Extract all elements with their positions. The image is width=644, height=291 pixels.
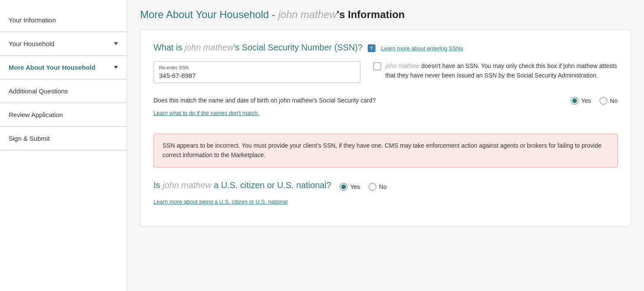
no-ssn-description: doesn't have an SSN. You may only check … (385, 62, 617, 79)
ssn-input-label: Re-enter SSN (159, 65, 355, 70)
form-card: What is john mathew's Social Security Nu… (140, 29, 631, 227)
match-yes-radio[interactable] (571, 97, 578, 105)
citizen-no-radio[interactable] (369, 183, 376, 191)
ssn-input-block: Re-enter SSN 345-67-8987 (153, 61, 360, 83)
sidebar-label-sign-submit: Sign & Submit (9, 135, 50, 142)
sidebar-item-review-application[interactable]: Review Application (0, 103, 127, 127)
no-ssn-text: john mathew doesn't have an SSN. You may… (385, 61, 618, 80)
citizen-yes-label: Yes (350, 183, 360, 190)
ssn-input-value[interactable]: 345-67-8987 (159, 72, 355, 79)
sidebar-item-more-about-your-household[interactable]: More About Your Household (0, 56, 127, 79)
match-no-radio[interactable] (600, 97, 607, 105)
match-yes-option[interactable]: Yes (571, 97, 591, 105)
sidebar-item-your-information[interactable]: Your Information (0, 9, 127, 32)
no-ssn-checkbox[interactable] (373, 62, 381, 70)
sidebar: Your Information Your Household More Abo… (0, 0, 127, 291)
page-title-blurred-name: john mathew (278, 9, 337, 20)
sidebar-label-your-household: Your Household (9, 40, 54, 47)
match-no-option[interactable]: No (600, 97, 618, 105)
citizen-no-option[interactable]: No (369, 183, 387, 191)
ssn-checkbox-block: john mathew doesn't have an SSN. You may… (373, 61, 618, 80)
no-ssn-blurred-name: john mathew (385, 62, 419, 69)
sidebar-item-your-household[interactable]: Your Household (0, 32, 127, 56)
chevron-down-icon (114, 42, 118, 45)
learn-ssn-link[interactable]: Learn more about entering SSNs (381, 45, 463, 52)
page-title-prefix: More About Your Household - (140, 9, 278, 20)
citizen-no-label: No (379, 183, 387, 190)
citizen-title-blurred: john mathew (163, 180, 211, 190)
page-title-suffix: 's Information (337, 9, 405, 20)
citizen-title-prefix: Is (153, 180, 163, 190)
ssn-title-prefix: What is (153, 43, 184, 52)
error-message: SSN appears to be incorrect. You must pr… (163, 142, 601, 158)
citizen-radio-group: Yes No (340, 183, 387, 191)
sidebar-label-your-information: Your Information (9, 16, 56, 24)
page-title: More About Your Household - john mathew'… (140, 9, 631, 21)
error-box: SSN appears to be incorrect. You must pr… (153, 133, 618, 167)
sidebar-label-additional-questions: Additional Questions (9, 87, 68, 95)
match-no-label: No (610, 97, 618, 104)
ssn-section-title: What is john mathew's Social Security Nu… (153, 43, 618, 53)
citizen-yes-option[interactable]: Yes (340, 183, 360, 191)
learn-names-link[interactable]: Learn what to do if the names don't matc… (153, 110, 259, 116)
chevron-down-icon-2 (114, 66, 118, 69)
ssn-row: Re-enter SSN 345-67-8987 john mathew doe… (153, 61, 618, 83)
citizen-section: Is john mathew a U.S. citizen or U.S. na… (153, 180, 618, 214)
info-icon[interactable]: ? (368, 44, 375, 52)
match-question-text: Does this match the name and date of bir… (153, 96, 562, 105)
citizen-title-suffix: a U.S. citizen or U.S. national? (212, 180, 331, 190)
sidebar-item-sign-submit[interactable]: Sign & Submit (0, 127, 127, 150)
ssn-title-suffix: 's Social Security Number (SSN)? (234, 43, 363, 52)
ssn-title-blurred: john mathew (184, 43, 233, 52)
match-question-row: Does this match the name and date of bir… (153, 96, 618, 105)
sidebar-label-more-about-household: More About Your Household (9, 64, 95, 71)
sidebar-item-additional-questions[interactable]: Additional Questions (0, 80, 127, 103)
ssn-input-wrapper: Re-enter SSN 345-67-8987 (153, 61, 360, 83)
citizen-title: Is john mathew a U.S. citizen or U.S. na… (153, 180, 331, 190)
main-content: More About Your Household - john mathew'… (127, 0, 644, 291)
citizen-question-row: Is john mathew a U.S. citizen or U.S. na… (153, 180, 618, 194)
citizen-yes-radio[interactable] (340, 183, 347, 191)
sidebar-label-review-application: Review Application (9, 111, 63, 118)
learn-citizen-link[interactable]: Learn more about being a U.S. citizen or… (153, 198, 288, 205)
match-yes-label: Yes (581, 97, 591, 104)
match-radio-group: Yes No (571, 97, 618, 105)
